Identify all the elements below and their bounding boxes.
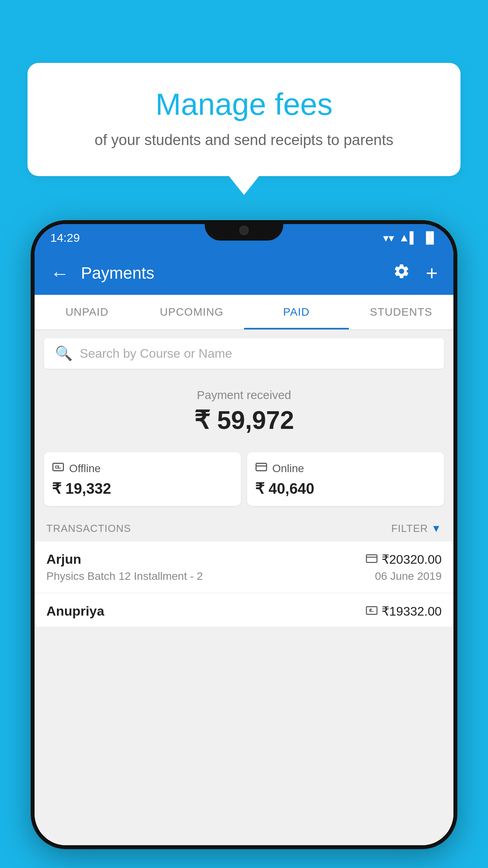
transaction-amount: ₹19332.00	[382, 604, 442, 619]
tab-unpaid[interactable]: UNPAID	[35, 295, 139, 329]
transaction-row[interactable]: Arjun ₹20320.00 Physics Batch 12 Install…	[35, 541, 453, 593]
transactions-label: TRANSACTIONS	[46, 522, 131, 535]
rupee-icon	[366, 606, 378, 615]
wifi-icon: ▾▾	[383, 232, 394, 245]
phone-notch	[205, 220, 283, 241]
search-icon: 🔍	[55, 345, 73, 362]
transaction-amount-wrap: ₹19332.00	[366, 604, 442, 619]
transaction-row[interactable]: Anupriya ₹19332.00	[35, 593, 453, 627]
settings-button[interactable]	[389, 259, 414, 288]
phone-frame: 14:29 ▾▾ ▲▌ ▐▌ ← Payments + UNPAID	[31, 220, 457, 849]
content-area: 🔍 Search by Course or Name Payment recei…	[35, 330, 453, 845]
search-bar[interactable]: 🔍 Search by Course or Name	[44, 338, 444, 369]
card-payment-icon	[366, 553, 378, 566]
battery-icon: ▐▌	[422, 232, 438, 244]
card-icon	[366, 554, 378, 563]
phone-camera	[239, 226, 249, 235]
signal-icon: ▲▌	[399, 232, 418, 244]
svg-rect-5	[366, 607, 377, 614]
offline-icon	[52, 461, 64, 476]
online-card-header: Online	[255, 461, 436, 476]
payment-cards: Offline ₹ 19,332 Online	[35, 452, 453, 514]
online-amount: ₹ 40,640	[255, 480, 436, 497]
transaction-name: Arjun	[46, 552, 81, 567]
rupee-payment-icon	[366, 605, 378, 618]
tabs-bar: UNPAID UPCOMING PAID STUDENTS	[35, 295, 453, 330]
svg-rect-1	[256, 463, 267, 471]
svg-rect-3	[366, 555, 377, 563]
tab-paid[interactable]: PAID	[244, 295, 349, 329]
status-time: 14:29	[50, 231, 80, 245]
payment-received-amount: ₹ 59,972	[44, 406, 444, 435]
filter-label: FILTER	[391, 522, 428, 535]
online-card: Online ₹ 40,640	[247, 452, 444, 506]
transaction-date: 06 June 2019	[375, 570, 442, 583]
phone-screen: 14:29 ▾▾ ▲▌ ▐▌ ← Payments + UNPAID	[35, 224, 453, 845]
transaction-top: Anupriya ₹19332.00	[46, 603, 442, 619]
filter-button[interactable]: FILTER ▼	[391, 522, 442, 535]
app-bar: ← Payments +	[35, 252, 453, 295]
offline-card: Offline ₹ 19,332	[44, 452, 241, 506]
gear-icon	[393, 263, 410, 280]
offline-amount: ₹ 19,332	[52, 480, 233, 497]
transaction-bottom: Physics Batch 12 Installment - 2 06 June…	[46, 570, 442, 583]
back-button[interactable]: ←	[46, 259, 73, 288]
online-icon	[255, 461, 268, 476]
status-icons: ▾▾ ▲▌ ▐▌	[383, 232, 438, 245]
transaction-course: Physics Batch 12 Installment - 2	[46, 570, 203, 583]
payment-received-section: Payment received ₹ 59,972	[35, 377, 453, 452]
search-placeholder: Search by Course or Name	[80, 346, 232, 361]
bubble-title: Manage fees	[47, 86, 441, 122]
speech-bubble: Manage fees of your students and send re…	[28, 63, 460, 176]
rupee-offline-icon	[52, 461, 64, 473]
bubble-subtitle: of your students and send receipts to pa…	[47, 132, 441, 149]
card-online-icon	[255, 461, 268, 473]
transaction-amount-wrap: ₹20320.00	[366, 552, 442, 567]
offline-type: Offline	[69, 462, 101, 475]
online-type: Online	[272, 462, 304, 475]
tab-upcoming[interactable]: UPCOMING	[139, 295, 244, 329]
payment-received-label: Payment received	[44, 388, 444, 402]
add-button[interactable]: +	[422, 257, 442, 289]
transactions-header: TRANSACTIONS FILTER ▼	[35, 514, 453, 541]
transaction-top: Arjun ₹20320.00	[46, 552, 442, 567]
transaction-name: Anupriya	[46, 603, 104, 619]
tab-students[interactable]: STUDENTS	[349, 295, 454, 329]
offline-card-header: Offline	[52, 461, 233, 476]
filter-icon: ▼	[431, 522, 442, 535]
app-bar-title: Payments	[81, 264, 381, 283]
transaction-amount: ₹20320.00	[382, 552, 442, 567]
